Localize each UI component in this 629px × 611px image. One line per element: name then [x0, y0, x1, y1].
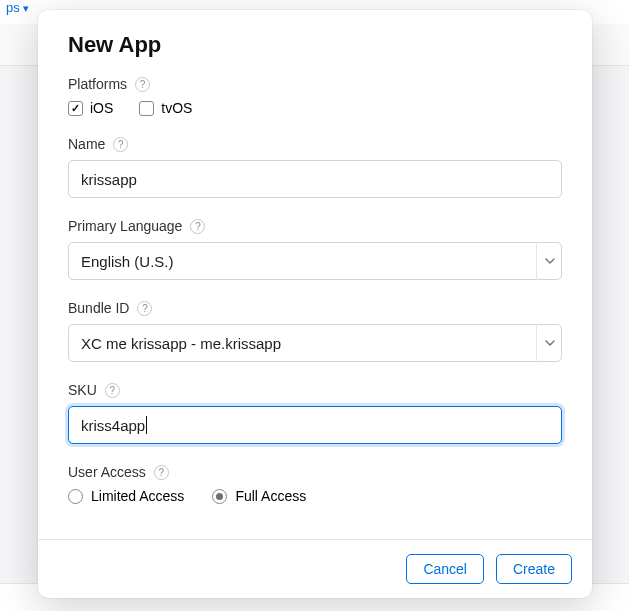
primary-language-value: English (U.S.) [81, 253, 174, 270]
help-icon[interactable]: ? [113, 137, 128, 152]
platforms-label: Platforms [68, 76, 127, 92]
primary-language-label: Primary Language [68, 218, 182, 234]
checkbox-icon [139, 101, 154, 116]
help-icon[interactable]: ? [190, 219, 205, 234]
sku-value: kriss4app [81, 417, 145, 434]
modal-footer: Cancel Create [38, 539, 592, 598]
chevron-down-icon: ▾ [23, 2, 29, 14]
ios-checkbox-label: iOS [90, 100, 113, 116]
sku-input[interactable]: kriss4app [68, 406, 562, 444]
name-input[interactable] [68, 160, 562, 198]
name-field: Name ? [68, 136, 562, 198]
sku-field: SKU ? kriss4app [68, 382, 562, 444]
ios-checkbox[interactable]: iOS [68, 100, 113, 116]
modal-title: New App [68, 32, 562, 58]
create-button[interactable]: Create [496, 554, 572, 584]
bundle-id-select[interactable]: XC me krissapp - me.krissapp [68, 324, 562, 362]
name-label: Name [68, 136, 105, 152]
bundle-id-label: Bundle ID [68, 300, 129, 316]
bg-breadcrumb[interactable]: ps [6, 0, 20, 15]
bundle-id-field: Bundle ID ? XC me krissapp - me.krissapp [68, 300, 562, 362]
bundle-id-value: XC me krissapp - me.krissapp [81, 335, 281, 352]
radio-icon [68, 489, 83, 504]
primary-language-field: Primary Language ? English (U.S.) [68, 218, 562, 280]
cancel-button[interactable]: Cancel [406, 554, 484, 584]
limited-access-radio[interactable]: Limited Access [68, 488, 184, 504]
full-access-label: Full Access [235, 488, 306, 504]
user-access-label: User Access [68, 464, 146, 480]
full-access-radio[interactable]: Full Access [212, 488, 306, 504]
tvos-checkbox-label: tvOS [161, 100, 192, 116]
help-icon[interactable]: ? [154, 465, 169, 480]
help-icon[interactable]: ? [105, 383, 120, 398]
help-icon[interactable]: ? [137, 301, 152, 316]
help-icon[interactable]: ? [135, 77, 150, 92]
new-app-modal: New App Platforms ? iOS tvOS Name [38, 10, 592, 598]
tvos-checkbox[interactable]: tvOS [139, 100, 192, 116]
platforms-field: Platforms ? iOS tvOS [68, 76, 562, 116]
modal-body: New App Platforms ? iOS tvOS Name [38, 10, 592, 539]
limited-access-label: Limited Access [91, 488, 184, 504]
radio-icon [212, 489, 227, 504]
text-cursor-icon [146, 416, 147, 434]
primary-language-select[interactable]: English (U.S.) [68, 242, 562, 280]
sku-label: SKU [68, 382, 97, 398]
checkbox-icon [68, 101, 83, 116]
user-access-field: User Access ? Limited Access Full Access [68, 464, 562, 504]
